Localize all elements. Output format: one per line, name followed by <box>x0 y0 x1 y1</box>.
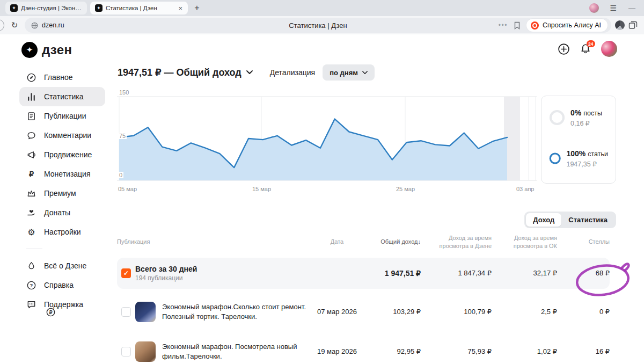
table-row[interactable]: Экономный марафон.Сколько стоит ремонт. … <box>117 295 610 329</box>
publication-thumbnail <box>135 302 156 322</box>
y-axis-label: 150 <box>118 89 130 96</box>
tab-close-icon[interactable]: × <box>178 4 183 12</box>
compass-icon <box>26 72 36 83</box>
add-button[interactable] <box>558 43 570 55</box>
back-button-partial[interactable] <box>0 19 4 31</box>
browser-tab-active[interactable]: ✦ Статистика | Дзен × <box>90 2 188 14</box>
heart-hand-icon <box>26 208 36 218</box>
sidebar-item-about-zen[interactable]: Всё о Дзене <box>19 256 105 275</box>
income-title[interactable]: 1947,51 ₽ — Общий доход <box>118 67 253 78</box>
column-header-total[interactable]: Общий доход↓ <box>361 238 421 246</box>
zen-favicon: ✦ <box>10 4 18 12</box>
sidebar-item-monetization[interactable]: ₽ Монетизация <box>19 164 105 184</box>
window-minimize-button[interactable]: — <box>628 4 635 12</box>
sidebar-item-label: Донаты <box>44 208 70 217</box>
publication-thumbnail <box>135 341 156 362</box>
zen-logo[interactable]: ✦ дзен <box>21 42 111 58</box>
sidebar-item-comments[interactable]: Комментарии <box>19 126 105 145</box>
svg-text:₽: ₽ <box>49 309 52 315</box>
notifications-button[interactable]: 24 <box>580 43 591 55</box>
period-select[interactable]: по дням <box>323 64 375 81</box>
ruble-icon: ₽ <box>26 169 36 179</box>
articles-stat: 100%статьи 1947,35 ₽ <box>549 149 608 168</box>
question-icon: ? <box>26 280 36 290</box>
sidebar-item-label: Премиум <box>44 189 76 198</box>
document-icon <box>26 111 36 121</box>
sidebar-item-partial[interactable]: ₽ <box>39 302 100 322</box>
sidebar-item-label: Всё о Дзене <box>44 261 86 270</box>
alice-icon <box>531 21 539 30</box>
megaphone-icon <box>26 150 36 160</box>
svg-text:₽: ₽ <box>29 170 34 178</box>
notification-badge: 24 <box>587 40 595 47</box>
donut-chart-icon <box>549 110 565 126</box>
column-header-publication[interactable]: Публикация <box>117 238 313 246</box>
browser-profile-avatar[interactable] <box>589 3 599 13</box>
y-axis-label: 0 <box>118 172 123 178</box>
sidebar-item-label: Статистика <box>44 92 84 101</box>
column-header-date[interactable]: Дата <box>313 238 361 246</box>
articles-value: 1947,35 ₽ <box>566 160 608 168</box>
summary-row[interactable]: ✓ Всего за 30 дней 194 публикации 1 947,… <box>117 258 610 289</box>
browser-address-row: ↻ dzen.ru Статистика | Дзен ••• Спросить… <box>0 16 644 34</box>
publication-title[interactable]: Экономный марафон. Посмотрела новый филь… <box>162 342 306 361</box>
x-axis-label: 15 мар <box>252 186 271 192</box>
sidebar-item-label: Настройки <box>44 228 81 236</box>
speech-bubble-icon <box>26 130 36 141</box>
ask-alice-button[interactable]: Спросить Алису AI <box>526 19 608 32</box>
sidebar-item-label: Главное <box>44 73 73 82</box>
tab-groups-icon[interactable] <box>628 21 638 30</box>
column-header-zen[interactable]: Доход за время просмотра в Дзене <box>421 234 492 250</box>
summary-zen: 1 847,34 ₽ <box>421 269 492 277</box>
address-bar[interactable]: dzen.ru Статистика | Дзен ••• Спросить А… <box>25 18 611 33</box>
summary-title: Всего за 30 дней <box>135 265 313 273</box>
table-row[interactable]: Экономный марафон. Посмотрела новый филь… <box>117 335 610 364</box>
summary-subtitle: 194 публикации <box>135 274 313 282</box>
column-header-stells[interactable]: Стеллы <box>557 238 610 246</box>
sidebar-item-publications[interactable]: Публикации <box>19 106 105 126</box>
chevron-down-icon <box>246 70 253 75</box>
bookmark-icon[interactable] <box>514 21 521 30</box>
articles-label: статьи <box>588 150 608 158</box>
more-icon[interactable]: ••• <box>499 21 508 29</box>
zen-favicon: ✦ <box>95 4 103 12</box>
sidebar-item-promotion[interactable]: Продвижение <box>19 145 105 164</box>
publications-table: Публикация Дата Общий доход↓ Доход за вр… <box>117 234 610 364</box>
browser-extension-icon[interactable] <box>615 20 625 30</box>
sidebar-item-premium[interactable]: Премиум <box>19 184 105 203</box>
ruble-circle-icon: ₽ <box>46 307 56 317</box>
sidebar-item-statistics[interactable]: Статистика <box>19 87 105 106</box>
browser-menu-icon[interactable]: ☰ <box>610 4 617 12</box>
row-ok: 2,5 ₽ <box>492 308 557 316</box>
column-header-ok[interactable]: Доход за время просмотра в ОК <box>492 234 557 250</box>
publication-date: 07 мар 2026 <box>313 307 361 317</box>
chat-icon <box>26 300 36 310</box>
sidebar-item-main[interactable]: Главное <box>19 68 105 87</box>
tab-income[interactable]: Доход <box>526 213 561 227</box>
summary-ok: 32,17 ₽ <box>492 269 557 277</box>
row-stells: 16 ₽ <box>557 347 610 355</box>
publication-title[interactable]: Экономный марафон.Сколько стоит ремонт. … <box>162 302 306 321</box>
new-tab-button[interactable]: + <box>191 2 203 14</box>
browser-tab-inactive[interactable]: ✦ Дзен-студия | Экономны <box>5 2 87 14</box>
row-checkbox[interactable] <box>121 347 131 356</box>
sidebar-item-settings[interactable]: ⚙ Настройки <box>19 222 105 242</box>
sidebar-divider <box>26 249 42 249</box>
chart-plot <box>117 96 537 184</box>
droplet-icon <box>26 261 36 271</box>
reload-button[interactable]: ↻ <box>8 20 21 30</box>
row-checkbox[interactable] <box>121 307 131 317</box>
bar-chart-icon <box>26 92 36 102</box>
main-content: 24 1947,51 ₽ — Общий доход Детализация п… <box>117 34 644 364</box>
sidebar-item-donations[interactable]: Донаты <box>19 203 105 222</box>
sidebar-item-label: Справка <box>44 281 74 289</box>
posts-label: посты <box>583 110 602 117</box>
sidebar-item-help[interactable]: ? Справка <box>19 275 105 295</box>
row-zen: 75,93 ₽ <box>421 347 492 355</box>
income-chart[interactable]: 150 75 0 05 мар 15 мар 25 мар 03 апр <box>117 89 537 196</box>
user-avatar[interactable] <box>601 41 617 57</box>
publication-date: 19 мар 2026 <box>313 347 361 356</box>
tab-statistics[interactable]: Статистика <box>561 213 614 227</box>
select-all-checkbox[interactable]: ✓ <box>121 268 131 278</box>
site-info-icon[interactable] <box>31 22 38 29</box>
